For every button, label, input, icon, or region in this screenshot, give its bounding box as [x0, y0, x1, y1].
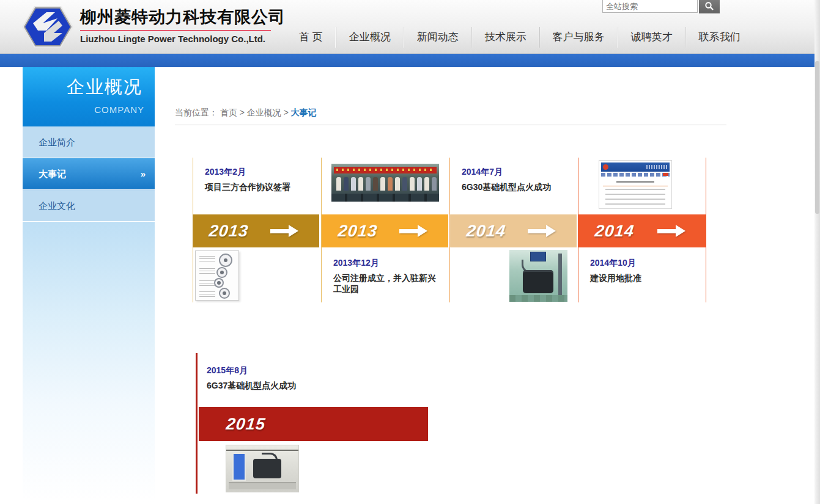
- engine-block: [253, 459, 281, 478]
- chevron-right-icon: »: [141, 158, 146, 190]
- year-label: 2013: [191, 222, 249, 241]
- registration-stamps-photo: [195, 250, 239, 301]
- sidebar: 企业概况 COMPANY 企业简介 大事记 » 企业文化: [23, 67, 155, 504]
- nav-item-tech[interactable]: 技术展示: [471, 27, 539, 48]
- sidebar-item-company-intro[interactable]: 企业简介: [23, 126, 155, 158]
- round-stamp-icon: [216, 267, 227, 278]
- timeline-event-2014-10: 2014年10月 建设用地批准: [578, 249, 706, 302]
- arrow-right-icon: [528, 225, 556, 237]
- people-row: [336, 177, 437, 191]
- ceremony-banner: [334, 167, 437, 173]
- breadcrumb-section[interactable]: 企业概况: [247, 108, 281, 117]
- blue-panel: [232, 453, 246, 481]
- sidebar-item-label: 企业文化: [39, 200, 75, 211]
- year-banner-2015: 2015: [199, 407, 428, 441]
- brand-underline: [80, 30, 271, 31]
- timeline-photo-cell: [321, 158, 449, 214]
- breadcrumb: 当前位置： 首页 > 企业概况 > 大事记: [175, 108, 317, 119]
- breadcrumb-separator: >: [240, 108, 245, 117]
- scaffold-bar: [226, 450, 298, 451]
- company-name-en: Liuzhou Lingte Power Technology Co.,Ltd.: [80, 34, 286, 44]
- year-banner-2013a: 2013: [193, 214, 319, 247]
- sidebar-item-culture[interactable]: 企业文化: [23, 190, 155, 222]
- timeline-event-2013-12: 2013年12月 公司注册成立，并入驻新兴工业园: [321, 249, 449, 302]
- logo-icon: [20, 2, 76, 51]
- arrow-right-icon: [270, 225, 298, 237]
- sidebar-title: 企业概况: [23, 67, 155, 100]
- year-label: 2015: [198, 415, 266, 434]
- event-date: 2014年10月: [590, 258, 700, 269]
- nav-item-careers[interactable]: 诚聘英才: [618, 27, 685, 48]
- stamp-text-lines: [199, 268, 215, 274]
- nav-item-company[interactable]: 企业概况: [336, 27, 404, 48]
- event-date: 2015年8月: [207, 365, 709, 376]
- breadcrumb-separator: >: [284, 108, 289, 117]
- timeline-section-2015: 2015年8月 6G37基础机型点火成功 2015: [196, 353, 709, 494]
- test-cell-floor: [509, 295, 567, 302]
- document-title-line: [616, 181, 654, 183]
- round-stamp-icon: [219, 288, 230, 299]
- timeline-photo-cell: [193, 249, 321, 302]
- search-icon: [704, 1, 714, 11]
- timeline-grid: 2013年2月 项目三方合作协议签署 2014年7月 6G30基础机型点火成功: [193, 158, 706, 302]
- round-stamp-icon: [214, 278, 224, 288]
- sidebar-item-label: 企业简介: [39, 137, 75, 147]
- test-bench: [229, 482, 296, 489]
- year-banner-2014b: 2014: [578, 214, 706, 247]
- signing-ceremony-photo: [331, 164, 439, 202]
- year-label: 2013: [320, 222, 378, 241]
- stamp-text-lines: [199, 291, 215, 298]
- approval-document-photo: [599, 160, 672, 209]
- search-button[interactable]: [699, 0, 720, 13]
- arrow-right-icon: [399, 225, 427, 237]
- year-label: 2014: [449, 222, 506, 241]
- year-banner-2014a: 2014: [450, 214, 577, 247]
- event-desc: 公司注册成立，并入驻新兴工业园: [333, 273, 443, 295]
- document-header: [601, 163, 670, 172]
- company-logo[interactable]: [20, 2, 76, 51]
- test-rig-rail: [558, 254, 562, 298]
- search-input[interactable]: [602, 0, 698, 13]
- event-desc: 6G30基础机型点火成功: [462, 182, 572, 193]
- breadcrumb-prefix: 当前位置：: [175, 108, 218, 117]
- engine-test-cell-photo: [509, 250, 567, 302]
- timeline-event-2013-02: 2013年2月 项目三方合作协议签署: [193, 158, 321, 214]
- vertical-scrollbar[interactable]: [814, 0, 820, 504]
- sidebar-gradient: [23, 222, 155, 502]
- breadcrumb-current: 大事记: [291, 108, 317, 117]
- nav-item-contact[interactable]: 联系我们: [685, 27, 753, 48]
- scrollbar-thumb[interactable]: [815, 61, 819, 214]
- arrow-right-icon: [657, 225, 685, 237]
- breadcrumb-home[interactable]: 首页: [220, 108, 237, 117]
- site-search: [602, 0, 720, 13]
- timeline-event-2014-07: 2014年7月 6G30基础机型点火成功: [449, 158, 578, 214]
- site-header: 柳州菱特动力科技有限公司 Liuzhou Lingte Power Techno…: [0, 0, 820, 54]
- sidebar-item-milestones[interactable]: 大事记 »: [23, 158, 155, 190]
- main-nav: 首 页 企业概况 新闻动态 技术展示 客户与服务 诚聘英才 联系我们: [286, 27, 753, 48]
- sidebar-item-label: 大事记: [39, 169, 66, 179]
- year-banner-2013b: 2013: [322, 214, 448, 247]
- year-label: 2014: [577, 222, 635, 241]
- engine-block: [523, 270, 553, 293]
- timeline-photo-cell: [578, 158, 706, 214]
- sidebar-header: 企业概况 COMPANY: [23, 67, 155, 126]
- accent-bar: [0, 54, 820, 67]
- event-desc: 项目三方合作协议签署: [205, 182, 315, 193]
- timeline-photo-cell: [449, 249, 578, 302]
- document-rule: [603, 186, 668, 186]
- engine-test-bench-photo: [226, 445, 299, 492]
- round-stamp-icon: [219, 254, 232, 267]
- page: 柳州菱特动力科技有限公司 Liuzhou Lingte Power Techno…: [0, 0, 820, 504]
- event-date: 2013年2月: [205, 167, 315, 178]
- document-text-lines: [605, 189, 665, 205]
- nav-item-home[interactable]: 首 页: [286, 27, 336, 48]
- document-red-chip: [663, 173, 668, 176]
- event-date: 2014年7月: [462, 167, 572, 178]
- desk-row: [331, 194, 439, 202]
- timeline-event-2015-08: 2015年8月 6G37基础机型点火成功: [198, 353, 709, 392]
- nav-item-news[interactable]: 新闻动态: [404, 27, 471, 48]
- brand-block: 柳州菱特动力科技有限公司 Liuzhou Lingte Power Techno…: [80, 6, 286, 44]
- nav-item-service[interactable]: 客户与服务: [539, 27, 618, 48]
- stamp-text-lines: [199, 256, 215, 262]
- company-name-zh: 柳州菱特动力科技有限公司: [80, 6, 286, 28]
